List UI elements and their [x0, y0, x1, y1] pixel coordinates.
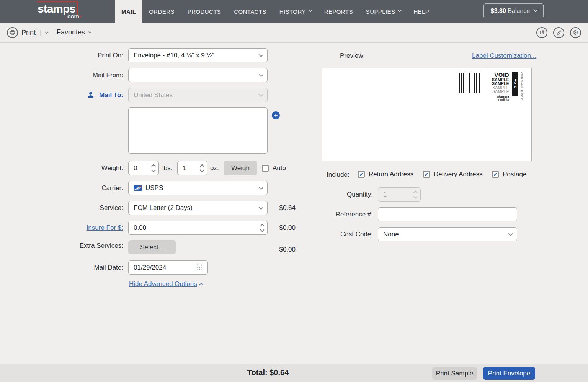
stepper-down-icon — [413, 194, 417, 198]
nav-tab-history[interactable]: HISTORY — [273, 0, 318, 23]
stepper-down-icon[interactable] — [260, 228, 264, 232]
nav-tab-help[interactable]: HELP — [407, 0, 436, 23]
insure-amount-input[interactable] — [134, 224, 262, 232]
chevron-down-icon — [533, 7, 537, 11]
print-sample-button[interactable]: Print Sample — [432, 367, 477, 380]
history-icon[interactable]: ↺ — [536, 27, 547, 38]
stamps-mail-page: stamps .com• MAIL ORDERS PRODUCTS CONTAC… — [0, 0, 588, 382]
mail-date-label: Mail Date: — [35, 264, 123, 271]
nav-tab-contacts[interactable]: CONTACTS — [227, 0, 273, 23]
lbs-unit-label: lbs. — [162, 164, 172, 172]
chevron-down-icon — [259, 92, 264, 97]
chevron-down-icon — [259, 72, 264, 77]
main-nav: MAIL ORDERS PRODUCTS CONTACTS HISTORY RE… — [115, 0, 436, 23]
mail-date-input[interactable] — [134, 264, 203, 271]
print-dropdown-chevron-icon[interactable] — [45, 31, 48, 34]
chevron-down-icon — [508, 231, 513, 236]
printer-icon[interactable] — [7, 27, 18, 38]
insure-amount-stepper[interactable] — [128, 221, 268, 235]
chevron-down-icon — [259, 185, 264, 190]
gear-icon[interactable]: ⚙ — [570, 27, 581, 38]
nav-tab-reports[interactable]: REPORTS — [318, 0, 359, 23]
envelope-preview: VOID SAMPLE SAMPLE SAMPLE SAMPLE stamps … — [322, 68, 532, 161]
postage-checkbox[interactable] — [492, 171, 499, 178]
reference-label: Reference #: — [285, 211, 373, 218]
total-amount: Total: $0.64 — [247, 368, 289, 377]
weight-lbs-input[interactable] — [134, 164, 154, 172]
nav-tab-supplies[interactable]: SUPPLIES — [359, 0, 407, 23]
reference-input[interactable] — [383, 211, 512, 218]
include-label: Include: — [327, 171, 350, 179]
weigh-button[interactable]: Weigh — [224, 161, 257, 175]
print-on-label: Print On: — [35, 52, 123, 59]
mail-to-label[interactable]: Mail To: — [35, 91, 123, 99]
top-nav-bar: stamps .com• MAIL ORDERS PRODUCTS CONTAC… — [0, 0, 588, 23]
chevron-down-icon — [259, 205, 264, 210]
footer-bar: Total: $0.64 Print Sample Print Envelope — [0, 364, 588, 382]
stamps-logo[interactable]: stamps .com• — [37, 3, 87, 21]
print-on-select[interactable]: Envelope - #10, 4 ⅛" x 9 ½" — [128, 48, 268, 62]
carrier-select[interactable]: USPS — [128, 181, 268, 195]
chevron-up-icon — [199, 283, 203, 287]
service-label: Service: — [35, 204, 123, 212]
weight-label: Weight: — [35, 164, 123, 172]
vertical-void-stamp: VOID — [512, 72, 518, 96]
extra-services-price: $0.00 — [265, 246, 296, 254]
preview-label: Preview: — [340, 52, 365, 60]
mail-date-field[interactable] — [128, 260, 208, 275]
print-envelope-button[interactable]: Print Envelope — [483, 367, 535, 380]
void-sample-text: VOID SAMPLE SAMPLE SAMPLE SAMPLE stamps … — [492, 72, 509, 102]
weight-lbs-stepper[interactable] — [128, 161, 159, 175]
label-customization-link[interactable]: Label Customization... — [472, 52, 536, 59]
chevron-down-icon — [309, 8, 312, 12]
weight-oz-input[interactable] — [183, 164, 202, 172]
add-contact-button[interactable]: + — [272, 111, 280, 119]
delivery-address-checkbox[interactable] — [423, 171, 430, 178]
service-select[interactable]: FCM Letter (2 Days) — [128, 201, 268, 215]
weight-oz-stepper[interactable] — [177, 161, 207, 175]
favorites-button[interactable]: Favorites — [57, 28, 91, 36]
calendar-icon[interactable] — [195, 263, 204, 272]
stepper-down-icon[interactable] — [200, 168, 204, 172]
quantity-label: Quantity: — [285, 191, 373, 198]
mail-to-country-select: United States — [128, 88, 268, 102]
auto-label: Auto — [273, 164, 286, 172]
balance-button[interactable]: $3.80 Balance — [483, 3, 544, 18]
chevron-down-icon — [88, 30, 91, 33]
carrier-label: Carrier: — [35, 184, 123, 192]
oz-unit-label: oz. — [210, 164, 219, 172]
cost-code-label: Cost Code: — [285, 231, 373, 238]
void-side-text: VOID SAMPLE VOID — [520, 72, 523, 102]
barcode-graphic — [459, 73, 480, 93]
extra-services-select-button[interactable]: Select... — [128, 240, 176, 254]
megaphone-icon[interactable] — [553, 27, 564, 38]
cost-code-select[interactable]: None — [378, 227, 517, 241]
print-toolbar: Print | Favorites ↺ ⚙ — [0, 23, 588, 43]
mail-from-label: Mail From: — [35, 72, 123, 79]
insure-for-link[interactable]: Insure For $: — [87, 224, 123, 231]
divider: | — [39, 29, 42, 37]
reference-field[interactable] — [378, 207, 517, 221]
recipient-address-input[interactable] — [128, 107, 268, 154]
sample-postage-stamp: VOID SAMPLE SAMPLE SAMPLE SAMPLE stamps … — [459, 72, 523, 102]
usps-flag-icon — [134, 185, 142, 191]
mail-from-select[interactable] — [128, 68, 268, 82]
hide-advanced-options-link[interactable]: Hide Advanced Options — [129, 280, 197, 288]
quantity-stepper: 1 — [378, 187, 421, 202]
nav-tab-orders[interactable]: ORDERS — [142, 0, 181, 23]
extra-services-label: Extra Services: — [35, 242, 123, 250]
auto-weight-checkbox[interactable] — [262, 165, 269, 172]
chevron-down-icon — [398, 8, 402, 12]
return-address-checkbox[interactable] — [358, 171, 365, 178]
print-button[interactable]: Print — [21, 29, 36, 37]
chevron-down-icon — [259, 52, 264, 57]
nav-tab-products[interactable]: PRODUCTS — [181, 0, 227, 23]
stepper-down-icon[interactable] — [151, 168, 155, 172]
nav-tab-mail[interactable]: MAIL — [115, 0, 142, 23]
